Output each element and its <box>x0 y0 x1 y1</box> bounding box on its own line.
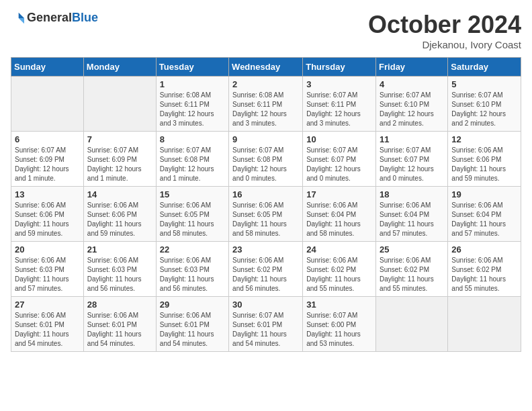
day-detail: Sunrise: 6:07 AMSunset: 6:10 PMDaylight:… <box>380 91 444 128</box>
calendar-cell: 16Sunrise: 6:06 AMSunset: 6:05 PMDayligh… <box>229 187 303 242</box>
calendar-cell: 14Sunrise: 6:06 AMSunset: 6:06 PMDayligh… <box>83 187 156 242</box>
calendar-cell: 17Sunrise: 6:06 AMSunset: 6:04 PMDayligh… <box>303 187 376 242</box>
calendar-cell: 6Sunrise: 6:07 AMSunset: 6:09 PMDaylight… <box>11 132 84 187</box>
header-day: Saturday <box>448 58 521 77</box>
day-number: 5 <box>451 79 517 89</box>
day-number: 16 <box>232 189 299 199</box>
day-number: 10 <box>306 134 372 144</box>
day-detail: Sunrise: 6:06 AMSunset: 6:02 PMDaylight:… <box>451 256 517 293</box>
day-number: 29 <box>160 300 225 310</box>
logo-icon <box>11 11 24 25</box>
calendar-cell: 13Sunrise: 6:06 AMSunset: 6:06 PMDayligh… <box>11 187 84 242</box>
calendar-cell: 3Sunrise: 6:07 AMSunset: 6:11 PMDaylight… <box>303 77 376 132</box>
day-number: 15 <box>160 189 225 199</box>
day-number: 14 <box>87 189 152 199</box>
calendar-cell: 10Sunrise: 6:07 AMSunset: 6:07 PMDayligh… <box>303 132 376 187</box>
day-number: 21 <box>87 244 152 255</box>
svg-marker-0 <box>19 12 24 17</box>
calendar-cell: 24Sunrise: 6:06 AMSunset: 6:02 PMDayligh… <box>303 242 376 297</box>
calendar-week: 13Sunrise: 6:06 AMSunset: 6:06 PMDayligh… <box>11 187 521 242</box>
day-number: 25 <box>380 244 444 255</box>
day-detail: Sunrise: 6:07 AMSunset: 6:09 PMDaylight:… <box>15 146 80 183</box>
day-detail: Sunrise: 6:08 AMSunset: 6:11 PMDaylight:… <box>232 91 299 128</box>
calendar-cell: 21Sunrise: 6:06 AMSunset: 6:03 PMDayligh… <box>83 242 156 297</box>
day-detail: Sunrise: 6:06 AMSunset: 6:04 PMDaylight:… <box>451 201 517 238</box>
svg-marker-1 <box>19 18 24 24</box>
day-number: 8 <box>160 134 225 144</box>
title-block: October 2024 Djekanou, Ivory Coast <box>368 11 521 50</box>
day-number: 2 <box>232 79 299 89</box>
calendar-cell: 22Sunrise: 6:06 AMSunset: 6:03 PMDayligh… <box>156 242 228 297</box>
day-number: 31 <box>306 300 372 310</box>
calendar-cell: 25Sunrise: 6:06 AMSunset: 6:02 PMDayligh… <box>376 242 448 297</box>
day-number: 12 <box>451 134 517 144</box>
calendar-week: 6Sunrise: 6:07 AMSunset: 6:09 PMDaylight… <box>11 132 521 187</box>
day-detail: Sunrise: 6:07 AMSunset: 6:00 PMDaylight:… <box>306 311 372 349</box>
calendar-week: 1Sunrise: 6:08 AMSunset: 6:11 PMDaylight… <box>11 77 521 132</box>
calendar-cell: 9Sunrise: 6:07 AMSunset: 6:08 PMDaylight… <box>229 132 303 187</box>
day-detail: Sunrise: 6:07 AMSunset: 6:09 PMDaylight:… <box>87 146 152 183</box>
calendar-cell: 15Sunrise: 6:06 AMSunset: 6:05 PMDayligh… <box>156 187 228 242</box>
day-detail: Sunrise: 6:06 AMSunset: 6:03 PMDaylight:… <box>15 256 80 293</box>
calendar-cell: 26Sunrise: 6:06 AMSunset: 6:02 PMDayligh… <box>448 242 521 297</box>
day-detail: Sunrise: 6:07 AMSunset: 6:07 PMDaylight:… <box>306 146 372 183</box>
header-day: Thursday <box>303 58 376 77</box>
day-number: 26 <box>451 244 517 255</box>
calendar-cell: 23Sunrise: 6:06 AMSunset: 6:02 PMDayligh… <box>229 242 303 297</box>
day-detail: Sunrise: 6:07 AMSunset: 6:07 PMDaylight:… <box>380 146 444 183</box>
day-number: 27 <box>15 300 80 310</box>
header-row: SundayMondayTuesdayWednesdayThursdayFrid… <box>11 58 521 77</box>
calendar-cell: 11Sunrise: 6:07 AMSunset: 6:07 PMDayligh… <box>376 132 448 187</box>
calendar-cell: 29Sunrise: 6:06 AMSunset: 6:01 PMDayligh… <box>156 297 228 352</box>
calendar-table: SundayMondayTuesdayWednesdayThursdayFrid… <box>11 57 521 352</box>
day-number: 22 <box>160 244 225 255</box>
day-number: 17 <box>306 189 372 199</box>
day-number: 7 <box>87 134 152 144</box>
day-number: 1 <box>160 79 225 89</box>
header-day: Monday <box>83 58 156 77</box>
day-detail: Sunrise: 6:06 AMSunset: 6:05 PMDaylight:… <box>160 201 225 238</box>
day-number: 24 <box>306 244 372 255</box>
calendar-cell: 30Sunrise: 6:07 AMSunset: 6:01 PMDayligh… <box>229 297 303 352</box>
calendar-cell: 20Sunrise: 6:06 AMSunset: 6:03 PMDayligh… <box>11 242 84 297</box>
day-number: 11 <box>380 134 444 144</box>
day-detail: Sunrise: 6:06 AMSunset: 6:02 PMDaylight:… <box>232 256 299 293</box>
day-detail: Sunrise: 6:07 AMSunset: 6:10 PMDaylight:… <box>451 91 517 128</box>
calendar-cell <box>448 297 521 352</box>
day-number: 20 <box>15 244 80 255</box>
calendar-cell: 28Sunrise: 6:06 AMSunset: 6:01 PMDayligh… <box>83 297 156 352</box>
header-day: Wednesday <box>229 58 303 77</box>
day-detail: Sunrise: 6:06 AMSunset: 6:06 PMDaylight:… <box>451 146 517 183</box>
header-day: Tuesday <box>156 58 228 77</box>
calendar-week: 20Sunrise: 6:06 AMSunset: 6:03 PMDayligh… <box>11 242 521 297</box>
day-number: 13 <box>15 189 80 199</box>
calendar-cell: 27Sunrise: 6:06 AMSunset: 6:01 PMDayligh… <box>11 297 84 352</box>
day-detail: Sunrise: 6:06 AMSunset: 6:03 PMDaylight:… <box>87 256 152 293</box>
calendar-cell: 2Sunrise: 6:08 AMSunset: 6:11 PMDaylight… <box>229 77 303 132</box>
day-detail: Sunrise: 6:06 AMSunset: 6:01 PMDaylight:… <box>160 311 225 349</box>
day-number: 4 <box>380 79 444 89</box>
calendar-cell: 5Sunrise: 6:07 AMSunset: 6:10 PMDaylight… <box>448 77 521 132</box>
location-title: Djekanou, Ivory Coast <box>368 39 521 50</box>
day-number: 6 <box>15 134 80 144</box>
calendar-cell: 7Sunrise: 6:07 AMSunset: 6:09 PMDaylight… <box>83 132 156 187</box>
day-detail: Sunrise: 6:07 AMSunset: 6:08 PMDaylight:… <box>160 146 225 183</box>
day-number: 19 <box>451 189 517 199</box>
logo-blue: Blue <box>72 11 98 24</box>
day-number: 3 <box>306 79 372 89</box>
calendar-cell: 12Sunrise: 6:06 AMSunset: 6:06 PMDayligh… <box>448 132 521 187</box>
calendar-cell <box>11 77 84 132</box>
day-detail: Sunrise: 6:07 AMSunset: 6:01 PMDaylight:… <box>232 311 299 349</box>
calendar-cell: 1Sunrise: 6:08 AMSunset: 6:11 PMDaylight… <box>156 77 228 132</box>
day-detail: Sunrise: 6:06 AMSunset: 6:04 PMDaylight:… <box>380 201 444 238</box>
day-detail: Sunrise: 6:06 AMSunset: 6:01 PMDaylight:… <box>15 311 80 349</box>
day-detail: Sunrise: 6:06 AMSunset: 6:05 PMDaylight:… <box>232 201 299 238</box>
day-detail: Sunrise: 6:06 AMSunset: 6:06 PMDaylight:… <box>87 201 152 238</box>
day-number: 9 <box>232 134 299 144</box>
logo: GeneralBlue <box>11 11 98 25</box>
calendar-cell: 18Sunrise: 6:06 AMSunset: 6:04 PMDayligh… <box>376 187 448 242</box>
day-number: 18 <box>380 189 444 199</box>
day-detail: Sunrise: 6:06 AMSunset: 6:02 PMDaylight:… <box>380 256 444 293</box>
day-detail: Sunrise: 6:06 AMSunset: 6:02 PMDaylight:… <box>306 256 372 293</box>
logo-general: General <box>27 11 72 24</box>
